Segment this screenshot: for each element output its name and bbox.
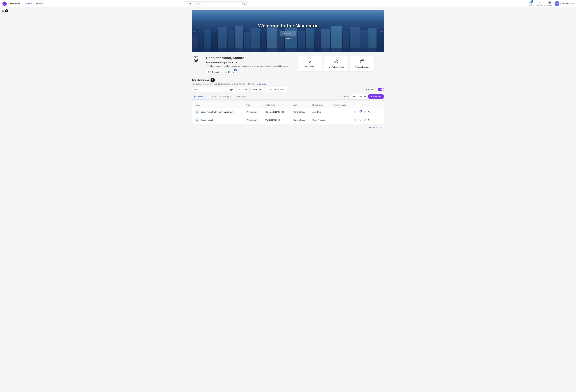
welcome-greeting: Good afternoon, Sandro xyxy=(206,56,292,60)
overview-subtitle: The displayed results are related to the… xyxy=(192,83,384,85)
filters-button-badge: 1 xyxy=(234,69,237,71)
request-icon: 💬 xyxy=(208,71,211,73)
header: C P2P Process Home Search All ▾ 🔍 ⚙️ 1 F… xyxy=(0,0,576,7)
new-chat-label: New chat xyxy=(373,95,381,98)
overview-section: My Overview 3 The displayed results are … xyxy=(192,78,384,131)
col-responsible: Responsible xyxy=(310,102,330,108)
tab-learning[interactable]: learning (2) xyxy=(234,94,249,99)
row2-more-button[interactable]: ⋮ xyxy=(373,118,376,122)
chevron-down-icon: ▾ xyxy=(190,2,191,5)
filter-icon: 📊 xyxy=(225,71,227,73)
row1-name: Goods receipt with yard management xyxy=(192,108,243,116)
row1-more-button[interactable]: ⋮ xyxy=(373,110,376,114)
filters-bar: ▼ Type Assignee Valid from ☁ Clear filte… xyxy=(192,87,384,92)
table-row: Goods receipt Process flow Valid (11/4/2… xyxy=(192,116,384,124)
overview-search-filter-icon: ▼ xyxy=(222,88,224,91)
table-header-row: Name Type State since Author Responsible… xyxy=(192,102,384,108)
row1-details-button[interactable]: ⊞ xyxy=(354,110,357,114)
learn-more-link[interactable]: Learn more xyxy=(257,83,266,85)
user-name: Sandro Boss xyxy=(560,2,572,5)
app-logo[interactable]: C P2P Process xyxy=(2,1,21,6)
avatar: SB xyxy=(554,1,559,6)
subscriptions-action[interactable]: 👁 Subscriptions xyxy=(536,1,545,6)
svg-point-24 xyxy=(335,60,338,63)
new-chat-button[interactable]: ★ New chat xyxy=(368,94,384,99)
row1-comment-button[interactable]: 💬 xyxy=(368,110,372,114)
row2-name: Goods receipt xyxy=(192,116,243,124)
row2-actions: ⊞ 🔗 👁 💬 ⋮ xyxy=(351,116,384,124)
row1-view-button[interactable]: 👁 xyxy=(363,110,367,114)
tabs-bar: processes (2) it (16) knowledge (4) lear… xyxy=(192,94,384,99)
welcome-text: If you have suggestions for improvement,… xyxy=(206,64,292,68)
clear-filters-icon: ☁ xyxy=(268,89,270,91)
my-filters-toggle[interactable] xyxy=(378,88,384,91)
quick-card-my-subscriptions[interactable]: My Subscriptions xyxy=(324,56,348,71)
row1-author: Sandro Boss xyxy=(291,108,310,116)
table-body: Goods receipt with yard management Proce… xyxy=(192,108,384,124)
process-designer-icon xyxy=(360,59,365,64)
tab-processes[interactable]: processes (2) xyxy=(192,94,208,99)
tabs-right: Sort by: Relevance ★ New chat xyxy=(342,94,384,99)
menu-icon: ☰ xyxy=(2,9,4,12)
process-designer-label: Process Designer xyxy=(354,66,370,68)
hero-banner: ‹ Welcome to the Navigator Navigate › xyxy=(192,10,384,52)
filters-action[interactable]: ⚙️ 1 Filters xyxy=(529,1,533,6)
row2-bookmark-button[interactable]: 🔗 xyxy=(358,118,362,122)
request-button[interactable]: 💬 Request xyxy=(206,70,221,74)
col-actions-header xyxy=(351,102,384,108)
hero-prev-button[interactable]: ‹ xyxy=(194,29,195,33)
quick-card-process-designer[interactable]: Process Designer xyxy=(350,56,374,71)
nav-item-home[interactable]: Home xyxy=(24,0,33,7)
overview-search-input[interactable] xyxy=(194,89,222,91)
my-subscriptions-icon xyxy=(334,59,338,64)
row2-action-buttons: ⊞ 🔗 👁 💬 ⋮ xyxy=(354,118,381,122)
actions-action[interactable]: ☰ Actions xyxy=(547,1,552,6)
col-type-of-change: Type of change xyxy=(330,102,351,108)
quick-actions: ✔ My Actions My Subscriptions xyxy=(298,56,384,71)
row2-view-button[interactable]: 👁 xyxy=(363,118,367,122)
user-menu[interactable]: SB Sandro Boss ▾ xyxy=(554,1,574,6)
toggle-knob xyxy=(381,88,384,91)
search-input[interactable] xyxy=(193,1,241,6)
tab-knowledge[interactable]: knowledge (4) xyxy=(218,94,234,99)
sort-select[interactable]: Relevance xyxy=(351,94,366,99)
main-content: ‹ Welcome to the Navigator Navigate › Fe… xyxy=(189,10,387,137)
show-all-link[interactable]: SHOW ALL → xyxy=(192,124,384,131)
logo-icon: C xyxy=(2,1,7,6)
hero-dots xyxy=(285,38,291,39)
type-filter-button[interactable]: Type xyxy=(227,87,236,92)
row1-type-of-change xyxy=(330,108,351,116)
svg-rect-23 xyxy=(192,48,384,52)
col-name: Name xyxy=(192,102,243,108)
quick-card-my-actions[interactable]: ✔ My Actions xyxy=(298,56,322,71)
valid-from-filter-button[interactable]: Valid from xyxy=(251,87,264,92)
date-month: Feb xyxy=(192,56,200,59)
welcome-date: Feb 06 xyxy=(192,56,200,63)
row1-type-icon xyxy=(195,110,199,114)
tab-it[interactable]: it (16) xyxy=(208,94,218,99)
col-author: Author xyxy=(291,102,310,108)
row2-details-button[interactable]: ⊞ xyxy=(354,118,357,122)
svg-point-29 xyxy=(196,111,197,112)
hero-next-button[interactable]: › xyxy=(381,29,382,33)
row2-comment-button[interactable]: 💬 xyxy=(368,118,372,122)
welcome-subtitle: Your opinion is important to us xyxy=(206,61,292,64)
overview-header: My Overview 3 xyxy=(192,78,384,82)
hero-navigate-button[interactable]: Navigate xyxy=(280,31,296,36)
search-all-dropdown[interactable]: All ▾ xyxy=(186,1,193,6)
sidebar-toggle[interactable]: ☰ 1 xyxy=(2,9,8,12)
actions-icon: ☰ xyxy=(548,1,551,4)
assignee-filter-button[interactable]: Assignee xyxy=(237,87,250,92)
hero-dot-2[interactable] xyxy=(288,38,289,39)
hero-dot-1[interactable] xyxy=(285,38,287,39)
nav-item-search[interactable]: Search xyxy=(34,0,44,7)
clear-filters-button[interactable]: ☁ Clear filters (0) xyxy=(266,87,287,92)
row1-type: Process flow xyxy=(243,108,263,116)
filters-button[interactable]: 📊 Filters 1 xyxy=(223,70,236,74)
row1-bookmark-button[interactable]: 🔗 2 xyxy=(358,110,362,114)
search-submit-button[interactable]: 🔍 xyxy=(241,1,246,6)
row1-action-buttons: ⊞ 🔗 2 👁 💬 ⋮ xyxy=(354,110,381,114)
hero-dot-3[interactable] xyxy=(289,38,291,39)
filters-badge: 1 xyxy=(531,0,533,2)
svg-point-30 xyxy=(196,119,197,120)
